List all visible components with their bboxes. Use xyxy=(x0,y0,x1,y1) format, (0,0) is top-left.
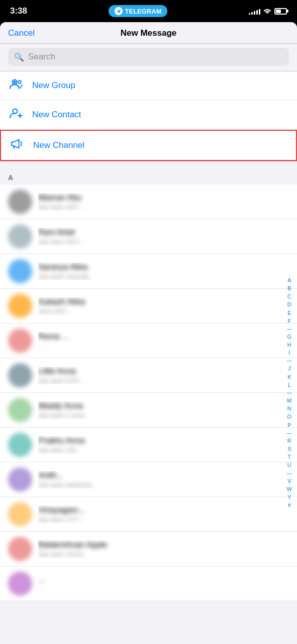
alpha-letter-V[interactable]: V xyxy=(285,477,294,485)
avatar xyxy=(8,537,32,561)
telegram-icon xyxy=(115,7,123,15)
contact-item[interactable]: Meeran Abulast seen 26/7... xyxy=(0,185,297,219)
svg-point-1 xyxy=(14,81,16,84)
contact-item[interactable]: Saranya Akkalast seen recently xyxy=(0,254,297,289)
contact-item[interactable]: Balakrishnan Applelast seen 31/10... xyxy=(0,532,297,567)
status-center: TELEGRAM xyxy=(109,5,168,17)
megaphone-icon xyxy=(9,138,25,153)
alpha-letter-N[interactable]: N xyxy=(285,405,294,413)
new-channel-item[interactable]: New Channel xyxy=(0,130,297,161)
contact-name: Vinayagam... xyxy=(38,506,289,515)
status-time: 3:38 xyxy=(10,6,27,16)
contact-item[interactable]: Rema ...... xyxy=(0,324,297,358)
contact-info: Prabhu Annalast seen 1/8... xyxy=(38,436,289,454)
search-container: 🔍 Search xyxy=(0,44,297,71)
alpha-letter-H[interactable]: H xyxy=(285,341,294,349)
search-placeholder: Search xyxy=(28,52,55,62)
search-icon: 🔍 xyxy=(14,52,24,62)
avatar xyxy=(8,294,32,318)
contact-info: Saranya Akkalast seen recently xyxy=(38,263,289,280)
alpha-letter-P[interactable]: P xyxy=(285,422,294,429)
search-bar[interactable]: 🔍 Search xyxy=(8,48,289,66)
contact-status: last seen 07/2... xyxy=(38,377,289,384)
alpha-letter-C[interactable]: C xyxy=(285,293,294,300)
alpha-letter-U[interactable]: U xyxy=(285,461,294,469)
cancel-button[interactable]: Cancel xyxy=(8,28,35,38)
alpha-letter-—[interactable]: — xyxy=(285,470,294,477)
alpha-letter-—[interactable]: — xyxy=(285,389,294,396)
contact-item[interactable]: Anith...last seen yesterda... xyxy=(0,462,297,497)
contact-status: last seen 31/10... xyxy=(38,550,289,558)
wifi-icon xyxy=(263,7,271,15)
group-icon xyxy=(8,78,24,93)
contact-item[interactable]: Little Annalast seen 07/2... xyxy=(0,358,297,393)
alpha-letter-—[interactable]: — xyxy=(285,357,294,364)
alpha-letter-#[interactable]: # xyxy=(285,502,294,509)
alpha-letter-O[interactable]: O xyxy=(285,413,294,421)
contact-name: ... xyxy=(38,575,289,584)
avatar xyxy=(8,467,32,492)
alpha-letter-—[interactable]: — xyxy=(285,326,294,333)
contact-name: Subash Akka xyxy=(38,297,289,306)
alpha-letter-K[interactable]: K xyxy=(285,373,294,381)
alpha-letter-G[interactable]: G xyxy=(285,333,294,341)
new-contact-item[interactable]: New Contact xyxy=(0,100,297,130)
alpha-letter-Y[interactable]: Y xyxy=(285,494,294,501)
avatar xyxy=(8,363,32,387)
contact-info: Little Annalast seen 07/2... xyxy=(38,367,289,384)
bar4 xyxy=(256,10,258,15)
contact-info: Meeran Abulast seen 26/7... xyxy=(38,193,289,211)
person-add-icon xyxy=(8,107,24,122)
new-group-item[interactable]: New Group xyxy=(0,71,297,100)
contact-info: Vinayagam...last seen 17/7... xyxy=(38,506,289,523)
contact-status: last seen 1 hour... xyxy=(38,412,289,419)
alpha-letter-T[interactable]: T xyxy=(285,453,294,461)
alpha-letter-—[interactable]: — xyxy=(285,430,294,437)
contact-item[interactable]: Vinayagam...last seen 17/7... xyxy=(0,497,297,532)
avatar xyxy=(8,190,32,214)
alpha-letter-D[interactable]: D xyxy=(285,301,294,308)
contact-status: last seen yesterda... xyxy=(38,481,289,489)
new-group-label: New Group xyxy=(32,80,75,91)
contact-item[interactable]: Rani Airtellast seen 25/7... xyxy=(0,219,297,254)
alpha-letter-W[interactable]: W xyxy=(285,486,294,493)
alpha-letter-F[interactable]: F xyxy=(285,317,294,325)
contact-status: last seen 1/8... xyxy=(38,446,289,454)
contact-info: ...... xyxy=(38,575,289,593)
contact-info: Maddy Annalast seen 1 hour... xyxy=(38,401,289,419)
page-title: New Message xyxy=(121,28,177,38)
contact-name: Meeran Abu xyxy=(38,193,289,202)
alpha-letter-I[interactable]: I xyxy=(285,349,294,357)
contact-info: Subash Akkaseen 26/7... xyxy=(38,297,289,315)
alpha-letter-S[interactable]: S xyxy=(285,445,294,453)
new-channel-label: New Channel xyxy=(33,140,84,150)
alpha-letter-J[interactable]: J xyxy=(285,365,294,372)
nav-bar: Cancel New Message xyxy=(0,22,297,44)
avatar xyxy=(8,433,32,457)
bar1 xyxy=(249,13,250,15)
contact-status: ... xyxy=(38,585,289,593)
contact-item[interactable]: ...... xyxy=(0,567,297,601)
contact-name: Maddy Anna xyxy=(38,401,289,411)
contact-info: Rema ...... xyxy=(38,332,289,350)
contact-name: Little Anna xyxy=(38,367,289,376)
contact-item[interactable]: Maddy Annalast seen 1 hour... xyxy=(0,393,297,428)
contact-status: last seen 25/7... xyxy=(38,238,289,246)
contact-status: seen 26/7... xyxy=(38,307,289,315)
contact-item[interactable]: Subash Akkaseen 26/7... xyxy=(0,289,297,324)
contact-name: Rani Airtel xyxy=(38,228,289,237)
alpha-letter-L[interactable]: L xyxy=(285,381,294,389)
alpha-letter-M[interactable]: M xyxy=(285,397,294,405)
status-bar: 3:38 TELEGRAM xyxy=(0,0,297,22)
alpha-letter-R[interactable]: R xyxy=(285,437,294,445)
status-right xyxy=(249,7,287,15)
contact-item[interactable]: Prabhu Annalast seen 1/8... xyxy=(0,428,297,462)
contact-status: ... xyxy=(38,342,289,350)
alpha-letter-B[interactable]: B xyxy=(285,285,294,292)
battery-icon xyxy=(274,8,287,15)
avatar xyxy=(8,259,32,283)
alpha-letter-E[interactable]: E xyxy=(285,309,294,317)
bar5 xyxy=(259,9,260,15)
alpha-letter-A[interactable]: A xyxy=(285,277,294,284)
contacts-wrapper: Meeran Abulast seen 26/7...Rani Airtella… xyxy=(0,185,297,601)
